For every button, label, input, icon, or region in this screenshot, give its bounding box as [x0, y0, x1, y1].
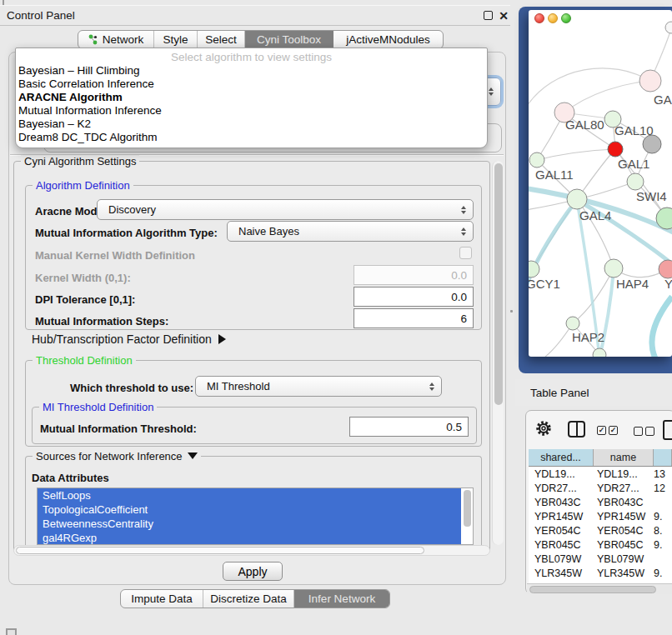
tab-jactivemnodules[interactable]: jActiveMNodules: [333, 31, 443, 48]
table-cell: YLR345W: [529, 568, 594, 579]
scrollbar-thumb[interactable]: [494, 163, 503, 405]
sources-collapser[interactable]: Sources for Network Inference: [33, 450, 201, 462]
which-threshold-value: MI Threshold: [207, 380, 270, 392]
tab-cyni-toolbox[interactable]: Cyni Toolbox: [245, 31, 333, 48]
column-header-name[interactable]: name: [594, 449, 654, 466]
table-body[interactable]: YDL19...YDL19...13YDR27...YDR27...12YBR0…: [529, 467, 672, 583]
table-cell: YER054C: [529, 525, 594, 537]
table-cell: 9.: [654, 568, 672, 579]
combo-stepper-icon: [461, 206, 466, 214]
deselect-all-columns-icon[interactable]: [634, 427, 654, 436]
table-row[interactable]: YBR043CYBR043C: [529, 495, 672, 509]
which-threshold-combo[interactable]: MI Threshold: [195, 376, 442, 397]
scrollbar-thumb[interactable]: [529, 586, 656, 593]
tab-discretize-data[interactable]: Discretize Data: [203, 590, 294, 608]
network-edge[interactable]: [537, 149, 615, 160]
window-zoom-button[interactable]: [561, 13, 571, 23]
algorithm-dropdown-popup: Select algorithm to view settings Bayesi…: [15, 48, 488, 148]
corner-button-fragment[interactable]: [6, 628, 17, 635]
network-node-hap2[interactable]: [566, 317, 579, 330]
network-window-frame: GALGAL80GAL10GAL11GAL1SWI4GAL4GCY1HAP4YH…: [519, 7, 672, 373]
attribute-item-betweennesscentrality[interactable]: BetweennessCentrality: [38, 517, 461, 531]
group-title: Algorithm Definition: [33, 179, 133, 192]
tab-infer-network[interactable]: Infer Network: [294, 590, 389, 608]
column-header-col2[interactable]: [654, 449, 672, 466]
network-edge[interactable]: [529, 68, 650, 108]
attribute-item-topologicalcoefficient[interactable]: TopologicalCoefficient: [38, 502, 461, 517]
expand-right-icon: [218, 334, 226, 344]
control-panel-title: Control Panel: [0, 9, 75, 22]
node-label-gcy1: GCY1: [529, 277, 560, 291]
hub-definition-expander[interactable]: Hub/Transcription Factor Definition: [32, 332, 226, 346]
kernel-width-field[interactable]: 0.0: [354, 265, 474, 285]
tab-network[interactable]: Network: [78, 31, 154, 48]
network-node[interactable]: [608, 142, 623, 157]
window-close-button[interactable]: [534, 13, 544, 23]
network-node-gal11[interactable]: [529, 152, 544, 168]
table-horizontal-scrollbar[interactable]: [527, 583, 672, 594]
table-row[interactable]: YPR145WYPR145W9.: [529, 509, 672, 523]
dropdown-item-basic-correlation-inference[interactable]: Basic Correlation Inference: [16, 78, 487, 91]
dropdown-item-aracne-algorithm[interactable]: ARACNE Algorithm: [16, 91, 487, 104]
aracne-mode-combo[interactable]: Discovery: [97, 199, 474, 220]
aracne-mode-value: Discovery: [108, 203, 156, 216]
table-row[interactable]: YDL19...YDL19...13: [529, 467, 672, 481]
tab-impute-data[interactable]: Impute Data: [121, 590, 203, 608]
mi-steps-label: Mutual Information Steps:: [35, 315, 168, 328]
table-row[interactable]: YER054CYER054C8.: [529, 523, 672, 538]
dropdown-item-bayesian-k2[interactable]: Bayesian – K2: [16, 118, 487, 131]
table-cell: YPR145W: [529, 511, 594, 522]
mi-type-combo[interactable]: Naive Bayes: [227, 221, 474, 242]
settings-vertical-scrollbar[interactable]: [492, 161, 504, 545]
attribute-item-selfloops[interactable]: SelfLoops: [38, 488, 461, 502]
dropdown-item-dream8-dc-tdc-algorithm[interactable]: Dream8 DC_TDC Algorithm: [16, 131, 487, 144]
network-node[interactable]: [643, 135, 661, 153]
scrollbar-thumb[interactable]: [16, 547, 424, 554]
column-header-shared[interactable]: shared...: [529, 449, 594, 466]
close-panel-icon[interactable]: ✕: [499, 8, 509, 23]
algorithm-dropdown-list: Bayesian – Hill ClimbingBasic Correlatio…: [16, 64, 487, 144]
list-scrollbar[interactable]: [464, 490, 471, 527]
network-canvas[interactable]: GALGAL80GAL10GAL11GAL1SWI4GAL4GCY1HAP4YH…: [529, 10, 672, 357]
network-edge[interactable]: [652, 297, 672, 357]
network-node[interactable]: [665, 22, 672, 33]
dropdown-item-bayesian-hill-climbing[interactable]: Bayesian – Hill Climbing: [16, 64, 487, 78]
splitter-handle[interactable]: [510, 310, 513, 312]
tab-style[interactable]: Style: [154, 31, 198, 48]
window-minimize-button[interactable]: [548, 13, 558, 23]
kernel-width-label: Kernel Width (0,1):: [35, 272, 131, 284]
mi-threshold-label: Mutual Information Threshold:: [40, 422, 197, 435]
network-node-gal[interactable]: [639, 70, 661, 92]
network-node-hap4[interactable]: [604, 259, 623, 278]
columns-icon[interactable]: [568, 421, 585, 438]
float-panel-icon[interactable]: [484, 11, 493, 20]
table-row[interactable]: YLR345WYLR345W9.: [529, 566, 672, 580]
attribute-item-gal4rgexp[interactable]: gal4RGexp: [38, 531, 461, 545]
settings-horizontal-scrollbar[interactable]: [13, 545, 490, 556]
table-row[interactable]: YDR27...YDR27...12: [529, 481, 672, 495]
node-label-gal4: GAL4: [579, 208, 611, 222]
dpi-tolerance-label: DPI Tolerance [0,1]:: [35, 293, 135, 306]
dpi-tolerance-field[interactable]: 0.0: [354, 287, 474, 307]
data-attributes-list[interactable]: SelfLoopsTopologicalCoefficientBetweenne…: [37, 488, 474, 545]
app-root: { "colors": { "selection_blue": "#3f6fd1…: [0, 0, 672, 635]
table-cell: 9.: [654, 511, 672, 522]
table-row[interactable]: YBR045CYBR045C9.: [529, 538, 672, 552]
table-row[interactable]: YBL079WYBL079W: [529, 552, 672, 566]
network-node-y[interactable]: [659, 260, 672, 278]
select-all-columns-icon[interactable]: ✓✓: [597, 426, 618, 435]
apply-button[interactable]: Apply: [223, 562, 283, 581]
network-node-gal1[interactable]: [627, 173, 644, 190]
node-label-gal1: GAL1: [618, 157, 649, 171]
dropdown-item-mutual-information-inference[interactable]: Mutual Information Inference: [16, 104, 487, 118]
network-view-window[interactable]: GALGAL80GAL10GAL11GAL1SWI4GAL4GCY1HAP4YH…: [529, 10, 672, 357]
manual-kernel-checkbox[interactable]: [459, 247, 472, 259]
network-node-gal4[interactable]: [567, 189, 587, 209]
network-edge[interactable]: [564, 81, 650, 112]
table-options-icon-fragment[interactable]: [663, 420, 672, 440]
mi-steps-field[interactable]: 6: [354, 308, 474, 328]
mi-threshold-field[interactable]: 0.5: [349, 417, 469, 437]
gear-icon[interactable]: [534, 419, 553, 438]
tab-select[interactable]: Select: [198, 31, 245, 48]
group-title: MI Threshold Definition: [39, 401, 157, 413]
